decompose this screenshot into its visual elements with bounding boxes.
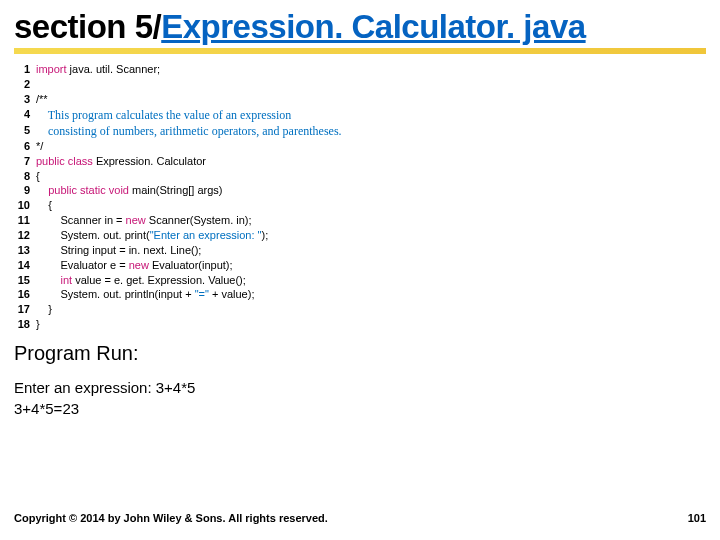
- code-line: 9 public static void main(String[] args): [14, 183, 706, 198]
- code-line: 1import java. util. Scanner;: [14, 62, 706, 77]
- code-text: int value = e. get. Expression. Value();: [36, 273, 246, 288]
- code-text: This program calculates the value of an …: [36, 107, 291, 123]
- page-number: 101: [688, 512, 706, 524]
- code-text: import java. util. Scanner;: [36, 62, 160, 77]
- code-line: 13 String input = in. next. Line();: [14, 243, 706, 258]
- code-line: 11 Scanner in = new Scanner(System. in);: [14, 213, 706, 228]
- line-number: 8: [14, 169, 36, 184]
- code-text: public static void main(String[] args): [36, 183, 222, 198]
- line-number: 10: [14, 198, 36, 213]
- line-number: 9: [14, 183, 36, 198]
- line-number: 17: [14, 302, 36, 317]
- code-text: String input = in. next. Line();: [36, 243, 201, 258]
- code-text: public class Expression. Calculator: [36, 154, 206, 169]
- code-line: 18}: [14, 317, 706, 332]
- code-text: /**: [36, 92, 48, 107]
- code-text: System. out. println(input + "=" + value…: [36, 287, 254, 302]
- line-number: 13: [14, 243, 36, 258]
- code-text: */: [36, 139, 43, 154]
- slide-footer: Copyright © 2014 by John Wiley & Sons. A…: [14, 512, 706, 524]
- line-number: 16: [14, 287, 36, 302]
- code-line: 3/**: [14, 92, 706, 107]
- line-number: 3: [14, 92, 36, 107]
- code-line: 2: [14, 77, 706, 92]
- line-number: 18: [14, 317, 36, 332]
- code-line: 10 {: [14, 198, 706, 213]
- code-line: 4 This program calculates the value of a…: [14, 107, 706, 123]
- line-number: 14: [14, 258, 36, 273]
- code-line: 14 Evaluator e = new Evaluator(input);: [14, 258, 706, 273]
- run-prompt: Enter an expression:: [14, 379, 156, 396]
- line-number: 4: [14, 107, 36, 123]
- title-prefix: section 5/: [14, 8, 161, 45]
- code-line: 16 System. out. println(input + "=" + va…: [14, 287, 706, 302]
- code-line: 12 System. out. print("Enter an expressi…: [14, 228, 706, 243]
- line-number: 5: [14, 123, 36, 139]
- code-line: 7public class Expression. Calculator: [14, 154, 706, 169]
- title-link: Expression. Calculator. java: [161, 8, 585, 45]
- line-number: 6: [14, 139, 36, 154]
- code-line: 6*/: [14, 139, 706, 154]
- run-result: 3+4*5=23: [14, 398, 706, 419]
- code-text: }: [36, 317, 40, 332]
- line-number: 11: [14, 213, 36, 228]
- code-line: 15 int value = e. get. Expression. Value…: [14, 273, 706, 288]
- code-text: {: [36, 198, 52, 213]
- line-number: 12: [14, 228, 36, 243]
- code-text: Scanner in = new Scanner(System. in);: [36, 213, 252, 228]
- code-line: 8{: [14, 169, 706, 184]
- code-text: {: [36, 169, 40, 184]
- divider-bar: [14, 48, 706, 54]
- code-text: System. out. print("Enter an expression:…: [36, 228, 268, 243]
- line-number: 2: [14, 77, 36, 92]
- code-text: }: [36, 302, 52, 317]
- program-run-heading: Program Run:: [0, 332, 720, 365]
- line-number: 7: [14, 154, 36, 169]
- code-listing: 1import java. util. Scanner;23/**4 This …: [0, 62, 720, 332]
- slide-title: section 5/Expression. Calculator. java: [0, 0, 720, 46]
- copyright-text: Copyright © 2014 by John Wiley & Sons. A…: [14, 512, 328, 524]
- run-output: Enter an expression: 3+4*5 3+4*5=23: [0, 365, 720, 419]
- line-number: 1: [14, 62, 36, 77]
- code-text: consisting of numbers, arithmetic operat…: [36, 123, 342, 139]
- code-text: Evaluator e = new Evaluator(input);: [36, 258, 233, 273]
- code-line: 17 }: [14, 302, 706, 317]
- run-input: 3+4*5: [156, 379, 196, 396]
- code-line: 5 consisting of numbers, arithmetic oper…: [14, 123, 706, 139]
- line-number: 15: [14, 273, 36, 288]
